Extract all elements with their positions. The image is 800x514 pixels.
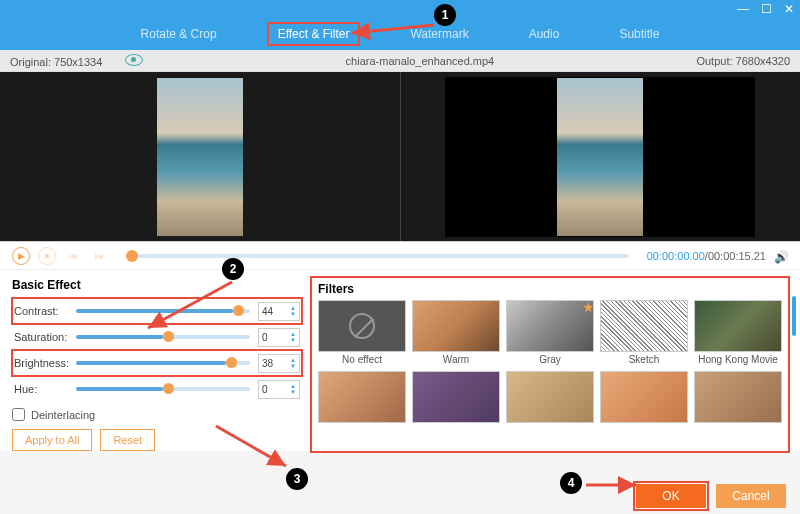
output-video-frame (557, 78, 643, 236)
dialog-footer: OK Cancel (636, 484, 786, 508)
brightness-row: Brightness: 38▲▼ (12, 350, 302, 376)
filter-no-effect[interactable]: No effect (318, 300, 406, 365)
filename-label: chiara-manalo_enhanced.mp4 (346, 55, 495, 67)
close-icon[interactable]: ✕ (784, 2, 794, 16)
play-button[interactable]: ▶ (12, 247, 30, 265)
favorite-star-icon: ★ (582, 299, 595, 315)
filter-item[interactable] (694, 371, 782, 425)
hue-value[interactable]: 0▲▼ (258, 380, 300, 399)
callout-1: 1 (434, 4, 456, 26)
output-resolution: Output: 7680x4320 (696, 55, 790, 67)
svg-line-2 (216, 426, 286, 466)
ok-button[interactable]: OK (636, 484, 706, 508)
filter-item[interactable] (318, 371, 406, 425)
no-effect-icon (349, 313, 375, 339)
tab-audio[interactable]: Audio (519, 23, 570, 45)
arrow-1 (346, 22, 436, 42)
contrast-label: Contrast: (14, 305, 76, 317)
playback-controls: ▶ ■ ⏮ ⏭ 00:00:00.00/00:00:15.21 🔊 (0, 242, 800, 270)
filter-hong-kong-movie[interactable]: Hong Kong Movie (694, 300, 782, 365)
hue-slider[interactable] (76, 387, 250, 391)
next-frame-button[interactable]: ⏭ (90, 247, 108, 265)
brightness-value[interactable]: 38▲▼ (258, 354, 300, 373)
filter-warm[interactable]: Warm (412, 300, 500, 365)
titlebar: — ☐ ✕ (0, 0, 800, 18)
apply-to-all-button[interactable]: Apply to All (12, 429, 92, 451)
arrow-2 (140, 278, 236, 338)
preview-area (0, 72, 800, 242)
brightness-label: Brightness: (14, 357, 76, 369)
saturation-value[interactable]: 0▲▼ (258, 328, 300, 347)
deinterlacing-label: Deinterlacing (31, 409, 95, 421)
volume-icon[interactable]: 🔊 (774, 250, 788, 262)
callout-2: 2 (222, 258, 244, 280)
filter-gray[interactable]: ★Gray (506, 300, 594, 365)
stop-button[interactable]: ■ (38, 247, 56, 265)
arrow-3 (212, 422, 292, 476)
cancel-button[interactable]: Cancel (716, 484, 786, 508)
brightness-slider[interactable] (76, 361, 250, 365)
filter-item[interactable] (412, 371, 500, 425)
tab-rotate-crop[interactable]: Rotate & Crop (131, 23, 227, 45)
svg-line-0 (352, 25, 434, 33)
prev-frame-button[interactable]: ⏮ (64, 247, 82, 265)
time-display: 00:00:00.00/00:00:15.21 (647, 250, 766, 262)
preview-toggle-icon[interactable] (125, 54, 143, 66)
filters-scrollbar[interactable] (792, 296, 796, 336)
preview-original (0, 72, 401, 241)
preview-output (401, 72, 801, 241)
filter-item[interactable] (600, 371, 688, 425)
callout-3: 3 (286, 468, 308, 490)
filters-panel: Filters No effect Warm ★Gray Sketch Hong… (312, 278, 788, 451)
saturation-label: Saturation: (14, 331, 76, 343)
original-resolution: Original: 750x1334 (10, 56, 102, 68)
maximize-icon[interactable]: ☐ (761, 2, 772, 16)
filters-heading: Filters (318, 282, 782, 296)
contrast-value[interactable]: 44▲▼ (258, 302, 300, 321)
timeline-slider[interactable] (126, 254, 629, 258)
original-video-frame (157, 78, 243, 236)
info-bar: Original: 750x1334 chiara-manalo_enhance… (0, 50, 800, 72)
filter-sketch[interactable]: Sketch (600, 300, 688, 365)
minimize-icon[interactable]: — (737, 2, 749, 16)
deinterlacing-checkbox[interactable] (12, 408, 25, 421)
hue-row: Hue: 0▲▼ (12, 376, 302, 402)
deinterlacing-row: Deinterlacing (12, 408, 302, 421)
tab-subtitle[interactable]: Subtitle (609, 23, 669, 45)
reset-button[interactable]: Reset (100, 429, 155, 451)
filter-item[interactable] (506, 371, 594, 425)
hue-label: Hue: (14, 383, 76, 395)
arrow-4 (584, 478, 642, 496)
callout-4: 4 (560, 472, 582, 494)
svg-line-1 (148, 282, 232, 328)
